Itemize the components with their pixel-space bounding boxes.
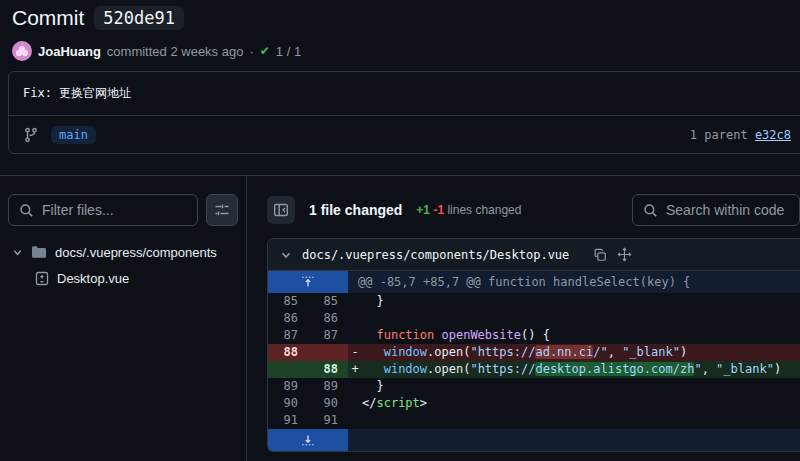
hunk-header-text: @@ -85,7 +85,7 @@ function handleSelect(… [348, 271, 800, 293]
old-line-number[interactable]: 89 [268, 378, 308, 395]
author-name-link[interactable]: JoaHuang [38, 44, 101, 59]
code-content: } [348, 293, 800, 310]
old-line-number[interactable]: 91 [268, 412, 308, 429]
tree-file-label: Desktop.vue [57, 271, 129, 286]
diff-main-panel: 1 file changed +1 -1 lines changed [247, 176, 800, 461]
diff-line: 8686 [268, 310, 800, 327]
page-title: Commit [12, 6, 84, 30]
new-line-number[interactable]: 90 [308, 395, 348, 412]
filter-files-field [8, 194, 198, 226]
chevron-down-icon [12, 247, 23, 258]
commit-sha-badge: 520de91 [94, 6, 184, 30]
git-branch-icon [23, 127, 39, 143]
separator-dot: · [249, 44, 253, 59]
code-content: - window.open("https://ad.nn.ci/", "_bla… [348, 344, 800, 361]
tree-folder-label: docs/.vuepress/components [55, 245, 217, 260]
diff-line: 9090</script> [268, 395, 800, 412]
diff-line: 9191 [268, 412, 800, 429]
tree-options-button[interactable] [206, 194, 238, 226]
code-content [348, 412, 800, 429]
commit-message-box: Fix: 更换官网地址 main 1 parent e32c8 [8, 71, 800, 154]
code-content: + window.open("https://desktop.alistgo.c… [348, 361, 800, 378]
branch-badge[interactable]: main [51, 126, 96, 144]
file-diff-modified-icon [35, 271, 49, 286]
additions-count: +1 [416, 203, 430, 217]
new-line-number[interactable]: 89 [308, 378, 348, 395]
commit-time-text: committed 2 weeks ago [107, 44, 244, 59]
code-content [348, 310, 800, 327]
diff-line: 8787 function openWebsite() { [268, 327, 800, 344]
folder-icon [31, 245, 47, 259]
new-line-number[interactable]: 88 [308, 361, 348, 378]
old-line-number[interactable]: 86 [268, 310, 308, 327]
code-content: } [348, 378, 800, 395]
old-line-number[interactable] [268, 361, 308, 378]
old-line-number[interactable]: 90 [268, 395, 308, 412]
diff-line: 88+ window.open("https://desktop.alistgo… [268, 361, 800, 378]
diff-expand-bottom-row [268, 429, 800, 451]
expand-up-button[interactable] [268, 271, 348, 293]
code-content: </script> [348, 395, 800, 412]
file-tree-sidebar: docs/.vuepress/components Desktop.vue [0, 176, 247, 461]
new-line-number[interactable]: 85 [308, 293, 348, 310]
deletions-count: -1 [433, 203, 444, 217]
new-line-number[interactable]: 87 [308, 327, 348, 344]
diff-file-card: docs/.vuepress/components/Desktop.vue [267, 238, 800, 452]
filter-files-input[interactable] [42, 202, 187, 218]
tree-file-row[interactable]: Desktop.vue [8, 265, 238, 291]
lines-changed-label: lines changed [447, 203, 521, 217]
drag-move-icon[interactable] [617, 247, 632, 262]
expand-down-button[interactable] [268, 429, 348, 451]
old-line-number[interactable]: 88 [268, 344, 308, 361]
search-icon [19, 203, 34, 218]
copy-icon[interactable] [593, 248, 607, 262]
files-changed-summary: 1 file changed [309, 202, 402, 218]
tree-folder-row[interactable]: docs/.vuepress/components [8, 239, 238, 265]
checks-success-icon: ✔ [260, 44, 270, 58]
code-content: function openWebsite() { [348, 327, 800, 344]
new-line-number[interactable]: 91 [308, 412, 348, 429]
new-line-number[interactable] [308, 344, 348, 361]
old-line-number[interactable]: 87 [268, 327, 308, 344]
diff-hunk-row: @@ -85,7 +85,7 @@ function handleSelect(… [268, 271, 800, 293]
sliders-icon [214, 202, 230, 218]
search-within-code-field [632, 194, 800, 226]
sidebar-collapse-icon [273, 202, 289, 218]
avatar[interactable] [12, 41, 32, 61]
collapse-file-tree-button[interactable] [267, 196, 295, 224]
new-line-number[interactable]: 86 [308, 310, 348, 327]
old-line-number[interactable]: 85 [268, 293, 308, 310]
diff-line: 88- window.open("https://ad.nn.ci/", "_b… [268, 344, 800, 361]
parent-label: 1 parent [690, 128, 755, 142]
unfold-up-icon [300, 276, 316, 288]
parent-sha-link[interactable]: e32c8 [755, 128, 791, 142]
search-within-code-input[interactable] [666, 202, 789, 218]
diff-line: 8585 } [268, 293, 800, 310]
checks-count[interactable]: 1 / 1 [276, 44, 301, 59]
search-icon [643, 203, 658, 218]
diff-rows: 8585 }86868787 function openWebsite() {8… [268, 293, 800, 429]
diff-line: 8989 } [268, 378, 800, 395]
chevron-down-icon[interactable] [280, 249, 292, 261]
commit-header: Commit 520de91 JoaHuang committed 2 week… [0, 0, 800, 61]
unfold-down-icon [300, 434, 316, 446]
diff-file-path[interactable]: docs/.vuepress/components/Desktop.vue [302, 248, 569, 262]
commit-message: Fix: 更换官网地址 [9, 72, 800, 116]
